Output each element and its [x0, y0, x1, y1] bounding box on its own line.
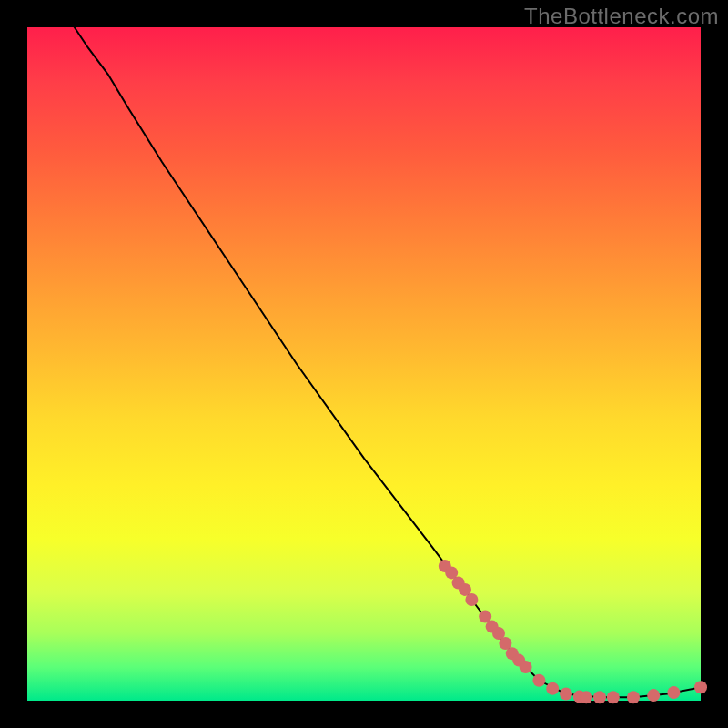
data-point: [593, 691, 606, 703]
bottleneck-curve: [75, 27, 701, 697]
data-point: [580, 691, 592, 703]
data-point: [627, 691, 640, 703]
data-point: [532, 674, 545, 687]
curve-markers: [439, 560, 707, 703]
watermark-text: TheBottleneck.com: [524, 4, 719, 29]
data-point: [520, 661, 532, 673]
data-point: [694, 681, 707, 693]
curve-svg: [27, 27, 701, 701]
plot-area: [27, 27, 701, 701]
data-point: [546, 682, 559, 695]
data-point: [667, 686, 680, 699]
chart-frame: TheBottleneck.com: [0, 0, 728, 728]
data-point: [560, 688, 572, 701]
data-point: [607, 691, 620, 703]
data-point: [465, 593, 478, 606]
data-point: [647, 689, 660, 702]
